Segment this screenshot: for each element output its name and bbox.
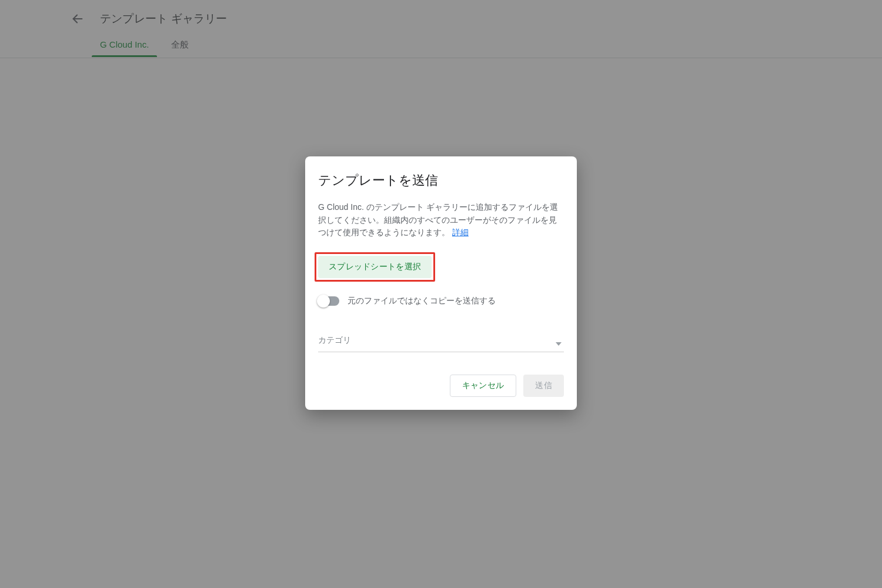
copy-toggle[interactable] bbox=[318, 296, 339, 306]
select-sheet-highlight: スプレッドシートを選択 bbox=[315, 252, 435, 282]
modal-scrim[interactable]: テンプレートを送信 G Cloud Inc. のテンプレート ギャラリーに追加す… bbox=[0, 0, 882, 588]
cancel-button[interactable]: キャンセル bbox=[450, 375, 517, 397]
dialog-title: テンプレートを送信 bbox=[318, 172, 564, 189]
select-spreadsheet-button[interactable]: スプレッドシートを選択 bbox=[318, 256, 432, 278]
chevron-down-icon bbox=[556, 342, 562, 346]
details-link[interactable]: 詳細 bbox=[452, 228, 469, 237]
dialog-actions: キャンセル 送信 bbox=[318, 375, 564, 397]
copy-toggle-label: 元のファイルではなくコピーを送信する bbox=[348, 296, 496, 306]
dialog-description-text: G Cloud Inc. のテンプレート ギャラリーに追加するファイルを選択して… bbox=[318, 202, 558, 237]
submit-template-dialog: テンプレートを送信 G Cloud Inc. のテンプレート ギャラリーに追加す… bbox=[305, 156, 577, 410]
category-label: カテゴリ bbox=[318, 335, 351, 345]
submit-button[interactable]: 送信 bbox=[523, 375, 564, 397]
dialog-description: G Cloud Inc. のテンプレート ギャラリーに追加するファイルを選択して… bbox=[318, 201, 564, 239]
copy-toggle-row: 元のファイルではなくコピーを送信する bbox=[318, 296, 564, 306]
category-dropdown[interactable]: カテゴリ bbox=[318, 333, 564, 352]
